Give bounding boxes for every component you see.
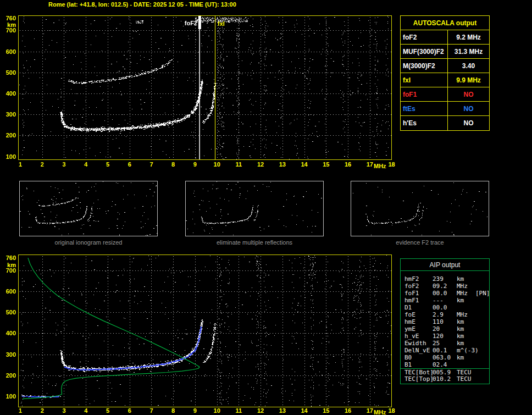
aip-value: 02.4 [433, 361, 447, 368]
autoscala-row-value: NO [448, 91, 489, 98]
aip-value: 09.2 [433, 283, 447, 290]
x-tick-label: 4 [79, 162, 92, 167]
aip-unit: km [457, 333, 464, 340]
y-tick-label: 100 [2, 394, 16, 399]
aip-value: 00.0 [433, 290, 447, 297]
y-tick-label: 700 [2, 268, 16, 273]
autoscala-row: h'EsNO [401, 116, 489, 130]
autoscala-row-label: M(3000)F2 [401, 59, 448, 73]
aip-value: 00.1 [433, 347, 447, 354]
aip-label: hmF1 [404, 297, 419, 304]
x-tick-label: 12 [254, 162, 267, 167]
y-tick-label: 100 [2, 154, 16, 159]
aip-unit: km [457, 297, 464, 304]
y-tick-label: 760 [2, 15, 16, 21]
page-title: Rome (lat: +41.8, lon: 012.5) - DATE: 20… [48, 1, 236, 8]
autoscala-row-label: fxI [401, 73, 448, 87]
y-tick-label: 300 [2, 112, 16, 117]
autoscala-row-value: 3.40 [448, 62, 489, 70]
x-tick-label: 18 [385, 162, 398, 167]
x-tick-label: 17 [363, 408, 376, 413]
x-tick-label: 5 [101, 408, 114, 413]
aip-unit: MHz [457, 290, 468, 297]
thumbnail-f2-trace-canvas [351, 181, 489, 236]
x-tick-label: 1 [14, 408, 27, 413]
aip-unit: km [457, 340, 464, 347]
aip-row: hmF1---km [401, 297, 489, 304]
top-ionogram-canvas [19, 16, 391, 159]
y-tick-label: 200 [2, 373, 16, 378]
autoscala-row: foF1NO [401, 87, 489, 102]
aip-row: h_vE120km [401, 333, 489, 340]
x-tick-label: 15 [319, 408, 332, 413]
x-tick-label: 16 [341, 408, 354, 413]
aip-value: 239 [433, 275, 444, 283]
aip-label: hmF2 [404, 275, 419, 283]
aip-row: foE2.9MHz [401, 311, 489, 318]
aip-row: ymE20km [401, 325, 489, 333]
aip-row: foF100.0MHz[PN] [401, 290, 489, 297]
autoscala-output-table: AUTOSCALA output foF29.2 MHzMUF(3000)F23… [400, 15, 490, 131]
aip-value: 120 [433, 333, 444, 340]
y-tick-label: 600 [2, 289, 16, 294]
x-tick-label: 3 [57, 162, 70, 167]
aip-label: ymE [404, 325, 415, 333]
y-tick-label: 700 [2, 27, 16, 33]
aip-label: DelN_vE [404, 347, 430, 354]
aip-unit: m^(-3) [457, 347, 479, 354]
x-tick-label: 9 [189, 162, 202, 167]
thumbnail-no-multiples-canvas [186, 181, 323, 236]
bottom-ionogram-plot [18, 254, 392, 407]
autoscala-row: MUF(3000)F231.3 MHz [401, 45, 489, 59]
x-tick-label: 11 [232, 408, 245, 413]
x-tick-label: 10 [210, 408, 224, 413]
aip-unit: TECU [457, 375, 472, 383]
aip-unit: MHz [457, 311, 468, 318]
thumbnail-caption-no-multiples: eliminate multiple reflections [185, 239, 324, 246]
x-tick-label: 1 [14, 162, 27, 167]
y-tick-label: 760 [2, 255, 16, 261]
aip-value: 25 [433, 340, 440, 347]
x-tick-label: 6 [123, 162, 136, 167]
aip-table-rows: hmF2239kmfoF209.2MHzfoF100.0MHz[PN]hmF1-… [401, 271, 489, 383]
x-tick-label: 11 [232, 162, 245, 167]
autoscala-row-value: 9.2 MHz [448, 34, 489, 41]
aip-label: foF2 [404, 283, 419, 290]
x-tick-label: 13 [276, 162, 289, 167]
y-tick-label: 400 [2, 91, 16, 96]
aip-label: D1 [404, 304, 412, 311]
aip-unit: km [457, 275, 464, 283]
aip-row: B102.4 [401, 361, 489, 368]
x-tick-label: 16 [341, 162, 354, 167]
x-tick-label: 8 [167, 408, 180, 413]
aip-output-table: AIP output hmF2239kmfoF209.2MHzfoF100.0M… [400, 258, 490, 384]
autoscala-row: fxI9.9 MHz [401, 73, 489, 87]
x-tick-label: 2 [36, 162, 49, 167]
thumbnail-no-multiples [185, 181, 324, 236]
aip-row: B0063.0km [401, 354, 489, 361]
y-tick-label: 500 [2, 309, 16, 315]
x-tick-label: 9 [189, 408, 202, 413]
aip-unit: km [457, 354, 464, 361]
autoscala-table-rows: foF29.2 MHzMUF(3000)F231.3 MHzM(3000)F23… [401, 30, 489, 130]
thumbnail-caption-f2-trace: evidence F2 trace [351, 239, 489, 246]
thumbnail-original-canvas [20, 181, 157, 236]
autoscala-row-label: foF2 [401, 30, 448, 44]
aip-label: B0 [404, 354, 412, 361]
autoscala-row-label: ftEs [401, 102, 448, 115]
y-tick-label: 400 [2, 330, 16, 336]
thumbnail-caption-original: original ionogram resized [19, 239, 158, 246]
aip-value: 20 [433, 325, 440, 333]
autoscala-row-label: foF1 [401, 87, 448, 101]
fof2-marker-label: foF2 [179, 20, 197, 26]
autoscala-table-header: AUTOSCALA output [401, 16, 489, 30]
bottom-ionogram-canvas [19, 255, 391, 407]
x-tick-label: 14 [298, 162, 311, 167]
aip-row: Ewidth25km [401, 340, 489, 347]
y-tick-label: 500 [2, 70, 16, 75]
aip-row: DelN_vE00.1m^(-3) [401, 347, 489, 354]
aip-label: foF1 [404, 290, 419, 297]
y-tick-label: 200 [2, 132, 16, 138]
aip-row: D100.0 [401, 304, 489, 311]
x-tick-label: 12 [254, 408, 267, 413]
